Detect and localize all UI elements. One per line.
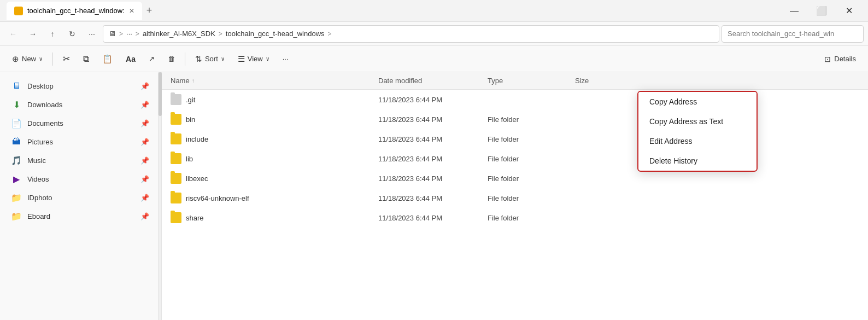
sort-arrows-icon: ⇅ [195,54,202,64]
maximize-button[interactable]: ⬜ [809,2,834,20]
table-row[interactable]: riscv64-unknown-elf 11/18/2023 6:44 PM F… [162,188,868,208]
sidebar-item-music[interactable]: 🎵 Music 📌 [0,151,158,170]
sidebar-item-documents[interactable]: 📄 Documents 📌 [0,114,158,132]
table-row[interactable]: bin 11/18/2023 6:44 PM File folder [162,109,868,129]
table-row[interactable]: .git 11/18/2023 6:44 PM [162,90,868,109]
new-label: New [22,55,36,63]
breadcrumb-path2[interactable]: toolchain_gcc_t-head_windows [226,30,325,38]
paste-button[interactable]: 📋 [97,49,118,69]
file-name-label: share [186,214,204,222]
search-input[interactable] [722,25,864,43]
sort-button[interactable]: ⇅ Sort ∨ [190,49,230,69]
context-menu-item-delete-history[interactable]: Delete History [638,151,756,171]
forward-button[interactable]: → [24,25,42,43]
sidebar-item-eboard[interactable]: 📁 Eboard 📌 [0,207,158,225]
col-header-size[interactable]: Size [575,77,630,85]
file-date-cell: 11/18/2023 6:44 PM [378,115,488,124]
table-row[interactable]: share 11/18/2023 6:44 PM File folder [162,208,868,228]
pictures-icon: 🏔 [11,136,22,147]
copy-button[interactable]: ⧉ [78,49,95,69]
file-name-cell: lib [171,153,378,164]
sidebar: 🖥 Desktop 📌 ⬇ Downloads 📌 📄 Documents 📌 … [0,72,159,320]
folder-icon [171,94,181,105]
refresh-button[interactable]: ↻ [63,25,81,43]
col-type-label: Type [488,77,503,85]
pin-icon-videos: 📌 [140,175,149,183]
file-type-cell: File folder [488,174,575,183]
monitor-icon: 🖥 [109,30,116,38]
main-content: 🖥 Desktop 📌 ⬇ Downloads 📌 📄 Documents 📌 … [0,72,868,320]
file-date-cell: 11/18/2023 6:44 PM [378,194,488,202]
sidebar-item-videos[interactable]: ▶ Videos 📌 [0,170,158,188]
sidebar-label-videos: Videos [27,175,135,183]
sidebar-item-pictures[interactable]: 🏔 Pictures 📌 [0,132,158,151]
sidebar-label-documents: Documents [27,119,135,127]
col-header-type[interactable]: Type [488,77,575,85]
file-name-cell: .git [171,94,378,105]
file-name-cell: bin [171,114,378,125]
pin-icon-documents: 📌 [140,119,149,127]
music-icon: 🎵 [11,155,22,166]
table-row[interactable]: libexec 11/18/2023 6:44 PM File folder [162,168,868,188]
sidebar-label-idphoto: IDphoto [27,194,135,202]
sidebar-label-pictures: Pictures [27,138,135,146]
sidebar-label-desktop: Desktop [27,82,135,90]
folder-icon [171,212,181,223]
sort-label: Sort [205,55,218,63]
toolbar-separator-2 [185,53,185,66]
context-menu-item-edit-address[interactable]: Edit Address [638,131,756,151]
file-name-cell: share [171,212,378,223]
details-button[interactable]: ⊡ Details [819,51,861,67]
delete-button[interactable]: 🗑 [162,49,180,69]
pin-icon-eboard: 📌 [140,212,149,220]
folder-icon [171,173,181,184]
up-button[interactable]: ↑ [44,25,61,43]
tab-close-button[interactable]: ✕ [129,7,134,15]
file-name-label: .git [186,96,195,104]
folder-icon [171,133,181,144]
sidebar-label-eboard: Eboard [27,212,135,220]
file-date-cell: 11/18/2023 6:44 PM [378,135,488,143]
more-dots-icon: ··· [283,55,289,63]
col-header-date[interactable]: Date modified [378,77,488,85]
sidebar-item-idphoto[interactable]: 📁 IDphoto 📌 [0,188,158,207]
col-header-name[interactable]: Name ↑ [171,77,378,85]
sidebar-item-downloads[interactable]: ⬇ Downloads 📌 [0,95,158,114]
cut-button[interactable]: ✂ [57,49,75,69]
toolbar-separator-1 [52,53,53,66]
tab-folder-icon [14,7,23,15]
breadcrumb-sep1: > [119,30,123,38]
idphoto-icon: 📁 [11,192,22,203]
cut-icon: ✂ [63,54,70,64]
window-controls: — ⬜ ✕ [782,2,861,20]
folder-icon [171,153,181,164]
more-nav-button[interactable]: ··· [83,25,101,43]
col-name-label: Name [171,77,190,85]
file-date-cell: 11/18/2023 6:44 PM [378,174,488,183]
share-button[interactable]: ↗ [143,49,160,69]
view-button[interactable]: ☰ View ∨ [232,49,275,69]
minimize-button[interactable]: — [782,2,807,20]
col-date-label: Date modified [378,77,422,85]
close-button[interactable]: ✕ [836,2,861,20]
rename-button[interactable]: Aa [120,49,141,69]
breadcrumb-path1[interactable]: aithinker_Ai-M6X_SDK [143,30,215,38]
new-arrow-icon: ∨ [39,56,43,62]
breadcrumb-bar[interactable]: 🖥 > ··· > aithinker_Ai-M6X_SDK > toolcha… [103,25,719,43]
back-button[interactable]: ← [4,25,22,43]
table-row[interactable]: include 11/18/2023 6:44 PM File folder [162,129,868,149]
table-row[interactable]: lib 11/18/2023 6:44 PM File folder [162,149,868,168]
downloads-icon: ⬇ [11,99,22,110]
context-menu-item-copy-address-text[interactable]: Copy Address as Text [638,112,756,131]
new-tab-button[interactable]: + [146,5,153,16]
active-tab[interactable]: toolchain_gcc_t-head_window: ✕ [7,2,142,20]
file-date-cell: 11/18/2023 6:44 PM [378,96,488,104]
new-button[interactable]: ⊕ New ∨ [7,49,48,69]
breadcrumb-more[interactable]: ··· [126,30,132,38]
paste-icon: 📋 [102,54,113,64]
sidebar-item-desktop[interactable]: 🖥 Desktop 📌 [0,77,158,95]
more-options-button[interactable]: ··· [277,49,294,69]
desktop-icon: 🖥 [11,80,22,91]
context-menu-item-copy-address[interactable]: Copy Address [638,92,756,112]
file-name-label: libexec [186,174,208,183]
